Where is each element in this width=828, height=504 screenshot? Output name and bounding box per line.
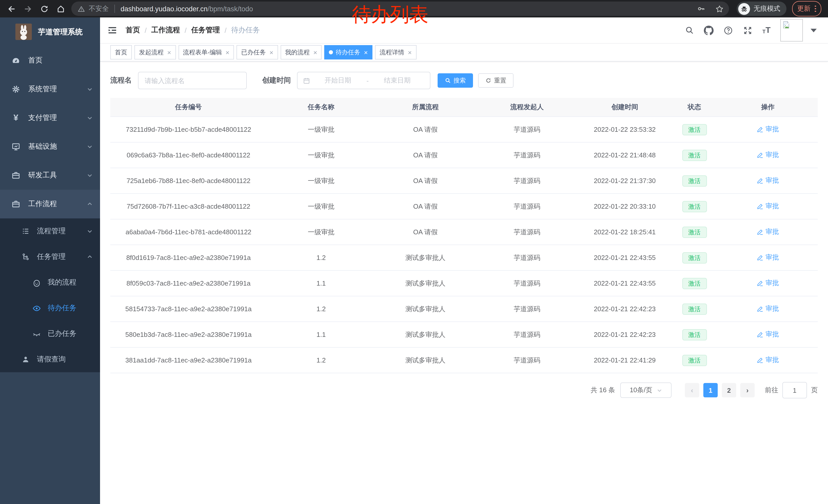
- github-icon[interactable]: [704, 26, 714, 35]
- chevron-down-icon: [87, 115, 93, 121]
- goto-page-input[interactable]: [782, 382, 807, 398]
- approve-button[interactable]: 审批: [757, 304, 779, 314]
- status-badge: 激活: [682, 278, 707, 289]
- help-icon[interactable]: [723, 26, 733, 35]
- total-count: 共 16 条: [591, 385, 615, 395]
- task-name-cell: 1.2: [267, 356, 376, 364]
- sidebar-collapse-button[interactable]: [100, 17, 125, 43]
- created-time-cell: 2022-01-22 23:53:32: [579, 126, 670, 133]
- breadcrumb-item[interactable]: 工作流程: [151, 26, 180, 35]
- filter-form: 流程名 创建时间 开始日期 - 结束日期 搜索 重: [110, 72, 818, 89]
- status-cell: 激活: [671, 149, 718, 161]
- approve-button[interactable]: 审批: [757, 125, 779, 134]
- tab-todo-tasks[interactable]: 待办任务×: [325, 45, 372, 59]
- approve-button[interactable]: 审批: [757, 330, 779, 339]
- close-icon[interactable]: ×: [167, 49, 171, 56]
- tab-start-process[interactable]: 发起流程×: [134, 45, 176, 59]
- security-label: 不安全: [89, 4, 109, 13]
- avatar[interactable]: [780, 19, 803, 42]
- briefcase-icon: [11, 199, 20, 209]
- font-size-icon[interactable]: TT: [762, 26, 771, 34]
- approve-button[interactable]: 审批: [757, 150, 779, 160]
- sidebar-item-todo-tasks[interactable]: 待办任务: [0, 295, 100, 321]
- refresh-icon: [485, 78, 492, 84]
- sidebar-item-label: 请假查询: [37, 355, 93, 364]
- sidebar-item-devtools[interactable]: 研发工具: [0, 161, 100, 190]
- breadcrumb-item[interactable]: 任务管理: [191, 26, 220, 35]
- sidebar-item-payment[interactable]: ¥ 支付管理: [0, 103, 100, 132]
- app-title: 芋道管理系统: [38, 27, 83, 37]
- approve-button[interactable]: 审批: [757, 227, 779, 237]
- column-header: 任务名称: [267, 102, 376, 112]
- fullscreen-icon[interactable]: [743, 26, 753, 35]
- next-page-button[interactable]: ›: [740, 383, 755, 397]
- sidebar-item-infra[interactable]: 基础设施: [0, 132, 100, 161]
- browser-back-button[interactable]: [4, 1, 19, 16]
- tab-done-tasks[interactable]: 已办任务×: [237, 45, 278, 59]
- column-header: 任务编号: [110, 102, 267, 112]
- page-button-1[interactable]: 1: [703, 383, 718, 397]
- goto-page-suffix: 页: [811, 385, 818, 395]
- sidebar-logo[interactable]: 芋道管理系统: [0, 17, 100, 46]
- task-name-cell: 一级审批: [267, 227, 376, 237]
- password-key-icon[interactable]: [697, 5, 705, 13]
- chevron-down-icon: [87, 86, 93, 92]
- breadcrumb-separator: /: [145, 26, 147, 34]
- approve-button[interactable]: 审批: [757, 176, 779, 185]
- approve-button[interactable]: 审批: [757, 253, 779, 262]
- header-search-icon[interactable]: [685, 26, 694, 35]
- avatar-caret-icon[interactable]: [811, 29, 817, 32]
- sidebar-item-workflow[interactable]: 工作流程: [0, 190, 100, 218]
- close-icon[interactable]: ×: [225, 49, 229, 56]
- sidebar-item-system[interactable]: 系统管理: [0, 75, 100, 103]
- sidebar-item-process-mgmt[interactable]: 流程管理: [0, 218, 100, 244]
- status-badge: 激活: [682, 252, 707, 263]
- task-name-cell: 一级审批: [267, 202, 376, 211]
- page-button-2[interactable]: 2: [722, 383, 736, 397]
- close-icon[interactable]: ×: [364, 49, 368, 56]
- approve-button[interactable]: 审批: [757, 202, 779, 211]
- sidebar-item-label: 流程管理: [37, 227, 87, 236]
- browser-home-button[interactable]: [53, 1, 68, 16]
- prev-page-button[interactable]: ‹: [685, 383, 699, 397]
- browser-forward-button[interactable]: [20, 1, 35, 16]
- process-cell: 测试多审批人: [376, 304, 475, 314]
- task-name-cell: 一级审批: [267, 150, 376, 160]
- sidebar-item-home[interactable]: 首页: [0, 46, 100, 75]
- face-icon: [32, 278, 41, 287]
- breadcrumb-item[interactable]: 首页: [126, 26, 140, 35]
- sidebar-item-leave-query[interactable]: 请假查询: [0, 347, 100, 372]
- sidebar-item-label: 首页: [28, 56, 93, 65]
- approve-button[interactable]: 审批: [757, 356, 779, 365]
- approve-button[interactable]: 审批: [757, 279, 779, 288]
- tab-my-process[interactable]: 我的流程×: [281, 45, 322, 59]
- yen-icon: ¥: [11, 113, 20, 123]
- chevron-down-icon: [87, 228, 93, 234]
- initiator-cell: 芋道源码: [475, 227, 579, 237]
- tab-home[interactable]: 首页: [110, 45, 132, 59]
- close-icon[interactable]: ×: [269, 49, 273, 56]
- sidebar-item-task-mgmt[interactable]: 任务管理: [0, 244, 100, 270]
- process-name-input[interactable]: [138, 72, 247, 89]
- status-cell: 激活: [671, 278, 718, 289]
- table-row: 8f059c03-7ac8-11ec-a9e2-a2380e71991a 1.1…: [110, 271, 818, 296]
- close-icon[interactable]: ×: [408, 49, 412, 56]
- task-id-cell: 069c6a63-7b8a-11ec-8ef0-acde48001122: [110, 151, 267, 159]
- search-button[interactable]: 搜索: [438, 73, 473, 88]
- initiator-cell: 芋道源码: [475, 176, 579, 185]
- browser-reload-button[interactable]: [37, 1, 52, 16]
- reset-button[interactable]: 重置: [478, 73, 513, 88]
- browser-update-menu[interactable]: 更新: [792, 1, 821, 16]
- task-name-cell: 一级审批: [267, 125, 376, 134]
- tab-process-detail[interactable]: 流程详情×: [375, 45, 416, 59]
- status-cell: 激活: [671, 201, 718, 212]
- page-size-select[interactable]: 10条/页: [620, 382, 671, 398]
- toolbox-icon: [11, 171, 20, 180]
- bookmark-star-icon[interactable]: [715, 4, 724, 13]
- date-range-picker[interactable]: 开始日期 - 结束日期: [297, 72, 430, 89]
- tab-process-form-edit[interactable]: 流程表单-编辑×: [178, 45, 234, 59]
- sidebar-item-my-process[interactable]: 我的流程: [0, 270, 100, 295]
- process-cell: OA 请假: [376, 202, 475, 211]
- close-icon[interactable]: ×: [314, 49, 317, 56]
- sidebar-item-done-tasks[interactable]: 已办任务: [0, 321, 100, 347]
